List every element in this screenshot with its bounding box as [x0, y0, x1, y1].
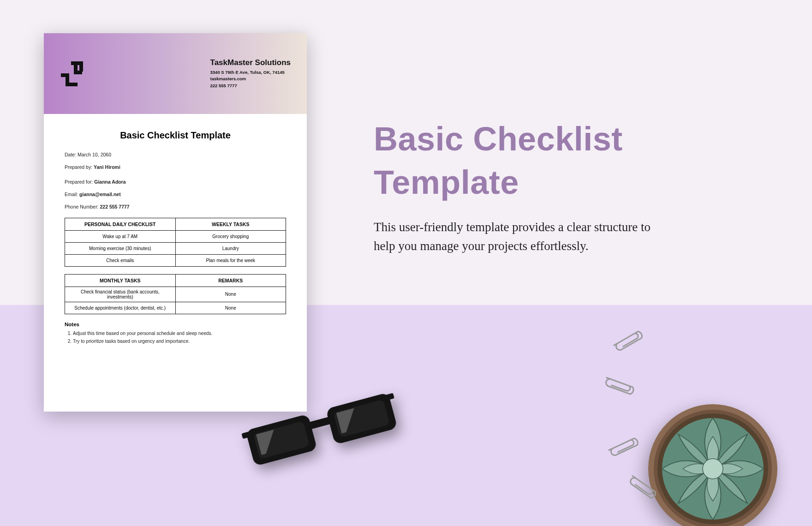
- table-cell: Morning exercise (30 minutes): [65, 242, 176, 254]
- date-value: March 10, 2060: [78, 152, 111, 157]
- email-value: gianna@email.net: [79, 191, 121, 197]
- svg-point-20: [703, 459, 723, 479]
- phone-value: 222 555 7777: [100, 204, 129, 209]
- prepared-by-value: Yani Hiromi: [94, 164, 120, 170]
- checklist-table-2: MONTHLY TASKS REMARKS Check financial st…: [65, 274, 286, 314]
- note-item: Adjust this time based on your personal …: [73, 329, 286, 337]
- table-row: Morning exercise (30 minutes) Laundry: [65, 242, 286, 254]
- table-cell: Plan meals for the week: [175, 254, 286, 266]
- document-page: TaskMaster Solutions 3340 S 79th E Ave, …: [44, 33, 307, 412]
- svg-rect-2: [66, 83, 78, 86]
- table-cell: Check emails: [65, 254, 176, 266]
- promo-panel: Basic Checklist Template This user-frien…: [374, 118, 752, 255]
- table-cell: Schedule appointments (doctor, dentist, …: [65, 302, 176, 314]
- company-phone: 222 555 7777: [210, 83, 291, 89]
- table-row: Check financial status (bank accounts, i…: [65, 287, 286, 302]
- company-info: TaskMaster Solutions 3340 S 79th E Ave, …: [210, 58, 291, 89]
- table-row: Schedule appointments (doctor, dentist, …: [65, 302, 286, 314]
- table-row: Check emails Plan meals for the week: [65, 254, 286, 266]
- letterhead-header: TaskMaster Solutions 3340 S 79th E Ave, …: [44, 33, 307, 114]
- document-title: Basic Checklist Template: [65, 130, 286, 141]
- succulent-plant-icon: [639, 390, 787, 526]
- prepared-by-label: Prepared by:: [65, 164, 92, 170]
- table-row: Wake up at 7 AM Grocery shopping: [65, 230, 286, 242]
- table-cell: None: [175, 302, 286, 314]
- checklist-table-1: PERSONAL DAILY CHECKLIST WEEKLY TASKS Wa…: [65, 218, 286, 267]
- svg-rect-5: [79, 61, 83, 72]
- table2-header-1: REMARKS: [175, 274, 286, 287]
- promo-title: Basic Checklist Template: [374, 118, 752, 204]
- table-cell: Laundry: [175, 242, 286, 254]
- table1-header-0: PERSONAL DAILY CHECKLIST: [65, 218, 176, 230]
- table-cell: Grocery shopping: [175, 230, 286, 242]
- company-address: 3340 S 79th E Ave, Tulsa, OK, 74145: [210, 69, 291, 76]
- company-name: TaskMaster Solutions: [210, 58, 291, 67]
- svg-rect-11: [385, 393, 394, 400]
- note-item: Try to prioritize tasks based on urgency…: [73, 337, 286, 345]
- prepared-for-value: Gianna Adora: [94, 179, 125, 185]
- document-body: Basic Checklist Template Date: March 10,…: [44, 114, 307, 354]
- date-label: Date:: [65, 152, 76, 157]
- table-cell: None: [175, 287, 286, 302]
- company-website: taskmasters.com: [210, 76, 291, 82]
- table1-header-1: WEEKLY TASKS: [175, 218, 286, 230]
- phone-label: Phone Number:: [65, 204, 99, 209]
- prepared-for-label: Prepared for:: [65, 179, 93, 185]
- table2-header-0: MONTHLY TASKS: [65, 274, 176, 287]
- meta-group-recipient: Prepared for: Gianna Adora Email: gianna…: [65, 178, 286, 211]
- notes-heading: Notes: [65, 322, 286, 327]
- company-logo-icon: [60, 60, 89, 88]
- svg-rect-6: [74, 71, 82, 74]
- paperclip-icon: [608, 323, 652, 358]
- meta-group-author: Date: March 10, 2060 Prepared by: Yani H…: [65, 151, 286, 172]
- svg-rect-9: [308, 417, 332, 430]
- paperclip-icon: [598, 372, 643, 402]
- notes-list: Adjust this time based on your personal …: [65, 329, 286, 346]
- promo-description: This user-friendly template provides a c…: [374, 218, 660, 255]
- table-cell: Check financial status (bank accounts, i…: [65, 287, 176, 302]
- email-label: Email:: [65, 191, 78, 197]
- table-cell: Wake up at 7 AM: [65, 230, 176, 242]
